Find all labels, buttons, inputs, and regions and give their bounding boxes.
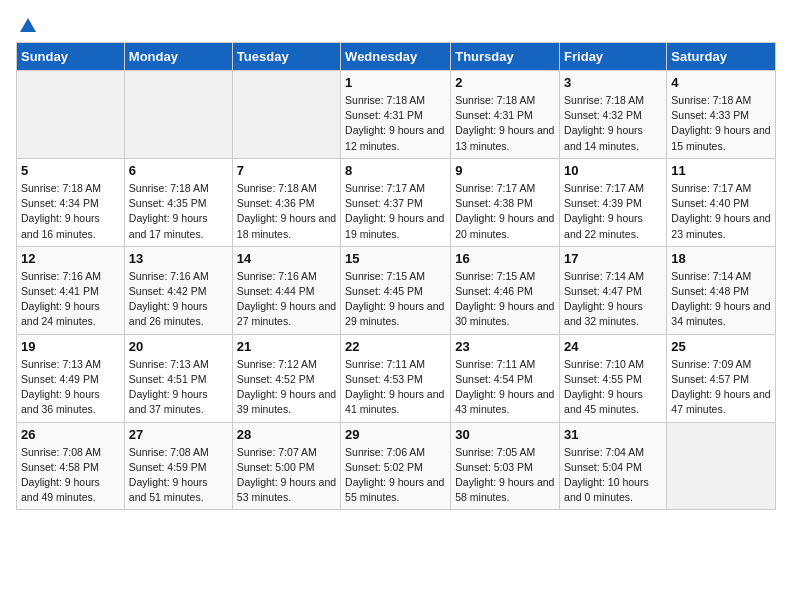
day-number: 2 (455, 75, 555, 90)
day-number: 4 (671, 75, 771, 90)
calendar-cell (124, 71, 232, 159)
logo-icon (18, 16, 38, 36)
day-number: 25 (671, 339, 771, 354)
calendar-week-1: 1Sunrise: 7:18 AMSunset: 4:31 PMDaylight… (17, 71, 776, 159)
calendar-cell: 7Sunrise: 7:18 AMSunset: 4:36 PMDaylight… (232, 158, 340, 246)
calendar-cell: 29Sunrise: 7:06 AMSunset: 5:02 PMDayligh… (341, 422, 451, 510)
day-number: 17 (564, 251, 662, 266)
weekday-header-sunday: Sunday (17, 43, 125, 71)
day-number: 10 (564, 163, 662, 178)
calendar-cell: 24Sunrise: 7:10 AMSunset: 4:55 PMDayligh… (560, 334, 667, 422)
day-number: 26 (21, 427, 120, 442)
weekday-header-saturday: Saturday (667, 43, 776, 71)
svg-marker-0 (20, 18, 36, 32)
day-number: 8 (345, 163, 446, 178)
calendar-cell: 8Sunrise: 7:17 AMSunset: 4:37 PMDaylight… (341, 158, 451, 246)
day-info: Sunrise: 7:12 AMSunset: 4:52 PMDaylight:… (237, 357, 336, 418)
day-info: Sunrise: 7:18 AMSunset: 4:32 PMDaylight:… (564, 93, 662, 154)
day-info: Sunrise: 7:06 AMSunset: 5:02 PMDaylight:… (345, 445, 446, 506)
calendar-cell: 23Sunrise: 7:11 AMSunset: 4:54 PMDayligh… (451, 334, 560, 422)
day-number: 31 (564, 427, 662, 442)
calendar-cell: 25Sunrise: 7:09 AMSunset: 4:57 PMDayligh… (667, 334, 776, 422)
calendar-cell: 20Sunrise: 7:13 AMSunset: 4:51 PMDayligh… (124, 334, 232, 422)
day-info: Sunrise: 7:13 AMSunset: 4:51 PMDaylight:… (129, 357, 228, 418)
calendar-cell: 2Sunrise: 7:18 AMSunset: 4:31 PMDaylight… (451, 71, 560, 159)
day-info: Sunrise: 7:18 AMSunset: 4:36 PMDaylight:… (237, 181, 336, 242)
day-info: Sunrise: 7:08 AMSunset: 4:59 PMDaylight:… (129, 445, 228, 506)
day-info: Sunrise: 7:09 AMSunset: 4:57 PMDaylight:… (671, 357, 771, 418)
day-info: Sunrise: 7:16 AMSunset: 4:41 PMDaylight:… (21, 269, 120, 330)
day-info: Sunrise: 7:16 AMSunset: 4:42 PMDaylight:… (129, 269, 228, 330)
day-number: 18 (671, 251, 771, 266)
calendar-cell: 30Sunrise: 7:05 AMSunset: 5:03 PMDayligh… (451, 422, 560, 510)
day-info: Sunrise: 7:18 AMSunset: 4:35 PMDaylight:… (129, 181, 228, 242)
day-number: 12 (21, 251, 120, 266)
day-info: Sunrise: 7:18 AMSunset: 4:31 PMDaylight:… (345, 93, 446, 154)
day-info: Sunrise: 7:07 AMSunset: 5:00 PMDaylight:… (237, 445, 336, 506)
calendar-week-5: 26Sunrise: 7:08 AMSunset: 4:58 PMDayligh… (17, 422, 776, 510)
calendar-cell: 15Sunrise: 7:15 AMSunset: 4:45 PMDayligh… (341, 246, 451, 334)
day-number: 23 (455, 339, 555, 354)
day-number: 15 (345, 251, 446, 266)
day-number: 14 (237, 251, 336, 266)
calendar-cell (667, 422, 776, 510)
day-number: 13 (129, 251, 228, 266)
day-info: Sunrise: 7:14 AMSunset: 4:48 PMDaylight:… (671, 269, 771, 330)
calendar-cell: 9Sunrise: 7:17 AMSunset: 4:38 PMDaylight… (451, 158, 560, 246)
day-info: Sunrise: 7:18 AMSunset: 4:34 PMDaylight:… (21, 181, 120, 242)
logo (16, 16, 38, 32)
day-number: 30 (455, 427, 555, 442)
day-info: Sunrise: 7:10 AMSunset: 4:55 PMDaylight:… (564, 357, 662, 418)
calendar-cell: 14Sunrise: 7:16 AMSunset: 4:44 PMDayligh… (232, 246, 340, 334)
day-info: Sunrise: 7:18 AMSunset: 4:31 PMDaylight:… (455, 93, 555, 154)
day-info: Sunrise: 7:17 AMSunset: 4:38 PMDaylight:… (455, 181, 555, 242)
calendar-week-4: 19Sunrise: 7:13 AMSunset: 4:49 PMDayligh… (17, 334, 776, 422)
calendar-cell: 21Sunrise: 7:12 AMSunset: 4:52 PMDayligh… (232, 334, 340, 422)
calendar-cell: 16Sunrise: 7:15 AMSunset: 4:46 PMDayligh… (451, 246, 560, 334)
day-info: Sunrise: 7:15 AMSunset: 4:45 PMDaylight:… (345, 269, 446, 330)
day-number: 9 (455, 163, 555, 178)
calendar-cell (17, 71, 125, 159)
day-number: 1 (345, 75, 446, 90)
calendar-table: SundayMondayTuesdayWednesdayThursdayFrid… (16, 42, 776, 510)
day-number: 7 (237, 163, 336, 178)
calendar-cell: 18Sunrise: 7:14 AMSunset: 4:48 PMDayligh… (667, 246, 776, 334)
day-info: Sunrise: 7:13 AMSunset: 4:49 PMDaylight:… (21, 357, 120, 418)
day-number: 29 (345, 427, 446, 442)
calendar-cell: 5Sunrise: 7:18 AMSunset: 4:34 PMDaylight… (17, 158, 125, 246)
day-info: Sunrise: 7:18 AMSunset: 4:33 PMDaylight:… (671, 93, 771, 154)
calendar-cell: 22Sunrise: 7:11 AMSunset: 4:53 PMDayligh… (341, 334, 451, 422)
header (16, 16, 776, 32)
calendar-cell: 17Sunrise: 7:14 AMSunset: 4:47 PMDayligh… (560, 246, 667, 334)
day-info: Sunrise: 7:08 AMSunset: 4:58 PMDaylight:… (21, 445, 120, 506)
calendar-cell: 26Sunrise: 7:08 AMSunset: 4:58 PMDayligh… (17, 422, 125, 510)
day-info: Sunrise: 7:17 AMSunset: 4:37 PMDaylight:… (345, 181, 446, 242)
weekday-header-thursday: Thursday (451, 43, 560, 71)
calendar-cell: 12Sunrise: 7:16 AMSunset: 4:41 PMDayligh… (17, 246, 125, 334)
day-number: 20 (129, 339, 228, 354)
calendar-cell: 31Sunrise: 7:04 AMSunset: 5:04 PMDayligh… (560, 422, 667, 510)
calendar-cell (232, 71, 340, 159)
day-info: Sunrise: 7:11 AMSunset: 4:53 PMDaylight:… (345, 357, 446, 418)
day-number: 6 (129, 163, 228, 178)
day-number: 21 (237, 339, 336, 354)
calendar-cell: 1Sunrise: 7:18 AMSunset: 4:31 PMDaylight… (341, 71, 451, 159)
calendar-cell: 13Sunrise: 7:16 AMSunset: 4:42 PMDayligh… (124, 246, 232, 334)
weekday-header-wednesday: Wednesday (341, 43, 451, 71)
day-number: 24 (564, 339, 662, 354)
weekday-header-friday: Friday (560, 43, 667, 71)
day-number: 27 (129, 427, 228, 442)
day-number: 22 (345, 339, 446, 354)
calendar-cell: 3Sunrise: 7:18 AMSunset: 4:32 PMDaylight… (560, 71, 667, 159)
day-number: 5 (21, 163, 120, 178)
day-info: Sunrise: 7:16 AMSunset: 4:44 PMDaylight:… (237, 269, 336, 330)
day-number: 3 (564, 75, 662, 90)
calendar-cell: 19Sunrise: 7:13 AMSunset: 4:49 PMDayligh… (17, 334, 125, 422)
weekday-header-monday: Monday (124, 43, 232, 71)
weekday-header-tuesday: Tuesday (232, 43, 340, 71)
calendar-cell: 28Sunrise: 7:07 AMSunset: 5:00 PMDayligh… (232, 422, 340, 510)
day-info: Sunrise: 7:14 AMSunset: 4:47 PMDaylight:… (564, 269, 662, 330)
day-info: Sunrise: 7:05 AMSunset: 5:03 PMDaylight:… (455, 445, 555, 506)
calendar-cell: 27Sunrise: 7:08 AMSunset: 4:59 PMDayligh… (124, 422, 232, 510)
day-info: Sunrise: 7:11 AMSunset: 4:54 PMDaylight:… (455, 357, 555, 418)
